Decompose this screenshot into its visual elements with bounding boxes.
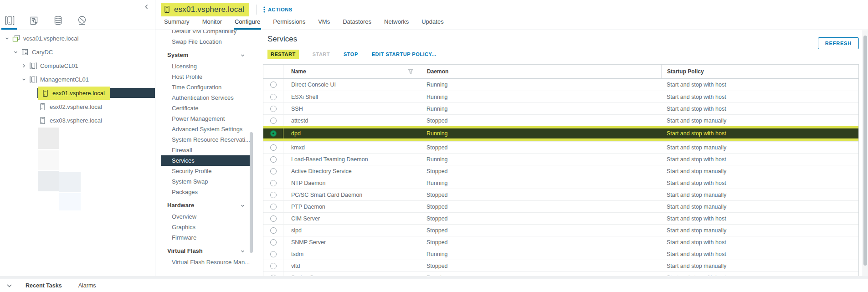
table-row-vltd[interactable]: vltdStoppedStart and stop manually bbox=[263, 260, 858, 272]
column-header-name[interactable]: Name bbox=[283, 65, 419, 78]
chevron-right-icon[interactable] bbox=[21, 63, 27, 68]
cluster-icon bbox=[29, 76, 37, 83]
startup-policy-cell: Start and stop with host bbox=[661, 251, 858, 257]
nav-item-licensing[interactable]: Licensing bbox=[155, 61, 255, 72]
table-row-tsdm[interactable]: tsdmRunningStart and stop with host bbox=[263, 248, 858, 260]
nav-item-certificate[interactable]: Certificate bbox=[155, 103, 255, 113]
table-row-direct-console-ui[interactable]: Direct Console UIRunningStart and stop w… bbox=[263, 79, 858, 91]
radio-button[interactable] bbox=[270, 251, 277, 257]
table-row-attestd[interactable]: attestdStoppedStart and stop manually bbox=[263, 114, 858, 126]
inventory-tab-networking[interactable] bbox=[76, 15, 88, 26]
tab-networks[interactable]: Networks bbox=[384, 18, 409, 30]
table-row-kmxd[interactable]: kmxdStoppedStart and stop manually bbox=[263, 141, 858, 153]
cluster-icon bbox=[29, 62, 37, 70]
nav-item-system-resource-reservati[interactable]: System Resource Reservati... bbox=[155, 134, 255, 145]
nav-item-firmware[interactable]: Firmware bbox=[155, 232, 255, 243]
radio-button[interactable] bbox=[270, 180, 277, 186]
column-header-startup-policy[interactable]: Startup Policy bbox=[661, 65, 858, 78]
inventory-tab-hosts-and-clusters[interactable] bbox=[4, 15, 15, 26]
tree-item-computecl01[interactable]: ComputeCL01 bbox=[0, 59, 155, 72]
restart-button[interactable]: RESTART bbox=[267, 50, 299, 59]
page-scrollbar bbox=[863, 30, 868, 276]
radio-button[interactable] bbox=[270, 118, 277, 124]
inventory-tab-storage[interactable] bbox=[52, 15, 64, 26]
radio-button[interactable] bbox=[270, 239, 277, 246]
tab-updates[interactable]: Updates bbox=[421, 18, 443, 30]
nav-item-firewall[interactable]: Firewall bbox=[155, 145, 255, 155]
tab-summary[interactable]: Summary bbox=[164, 18, 190, 30]
nav-item-authentication-services[interactable]: Authentication Services bbox=[155, 92, 255, 103]
radio-button[interactable] bbox=[270, 106, 277, 112]
radio-button[interactable] bbox=[270, 144, 277, 151]
refresh-button[interactable]: REFRESH bbox=[818, 37, 859, 49]
table-row-ssh[interactable]: SSHRunningStart and stop with host bbox=[263, 102, 858, 114]
recent-tasks-tab[interactable]: Recent Tasks bbox=[26, 282, 62, 289]
radio-button[interactable] bbox=[270, 130, 277, 137]
nav-item-default-vm-compatibility[interactable]: Default VM Compatibility bbox=[155, 30, 255, 36]
actions-button[interactable]: ACTIONS bbox=[263, 6, 293, 13]
radio-button[interactable] bbox=[270, 94, 277, 100]
tree-item-vcsa01-vsphere-local[interactable]: vcsa01.vsphere.local bbox=[0, 31, 155, 45]
radio-button[interactable] bbox=[270, 215, 277, 222]
nav-item-system-swap[interactable]: System Swap bbox=[155, 176, 255, 187]
tab-configure[interactable]: Configure bbox=[235, 18, 260, 30]
tab-vms[interactable]: VMs bbox=[318, 18, 330, 30]
stop-button[interactable]: STOP bbox=[344, 51, 358, 57]
nav-scrollbar-thumb[interactable] bbox=[250, 132, 253, 253]
radio-button[interactable] bbox=[270, 227, 277, 234]
radio-button[interactable] bbox=[270, 263, 277, 269]
table-row-ptp-daemon[interactable]: PTP DaemonStoppedStart and stop manually bbox=[263, 200, 858, 212]
nav-item-packages[interactable]: Packages bbox=[155, 187, 255, 197]
inventory-tab-vms-and-templates[interactable] bbox=[28, 15, 40, 26]
nav-group-hardware[interactable]: Hardware bbox=[155, 200, 255, 210]
tree-item-esx03-vsphere-local[interactable]: esx03.vsphere.local bbox=[0, 113, 155, 127]
radio-button[interactable] bbox=[270, 156, 277, 163]
chevron-down-icon[interactable] bbox=[4, 36, 10, 41]
nav-item-advanced-system-settings[interactable]: Advanced System Settings bbox=[155, 124, 255, 134]
nav-item-security-profile[interactable]: Security Profile bbox=[155, 166, 255, 176]
tree-item-esx02-vsphere-local[interactable]: esx02.vsphere.local bbox=[0, 100, 155, 113]
alarms-tab[interactable]: Alarms bbox=[78, 282, 96, 289]
table-row-slpd[interactable]: slpdStoppedStart and stop manually bbox=[263, 224, 858, 236]
nav-item-services[interactable]: Services bbox=[161, 155, 252, 166]
nav-item-time-configuration[interactable]: Time Configuration bbox=[155, 82, 255, 92]
table-row-active-directory-service[interactable]: Active Directory ServiceStoppedStart and… bbox=[263, 165, 858, 177]
entity-tabs: SummaryMonitorConfigurePermissionsVMsDat… bbox=[164, 18, 444, 30]
table-row-pc-sc-smart-card-daemon[interactable]: PC/SC Smart Card DaemonStoppedStart and … bbox=[263, 189, 858, 200]
chevron-down-icon[interactable] bbox=[6, 284, 12, 288]
filter-icon[interactable] bbox=[408, 69, 413, 74]
table-row-cim-server[interactable]: CIM ServerStoppedStart and stop with hos… bbox=[263, 212, 858, 224]
collapse-panel-icon[interactable] bbox=[143, 3, 150, 10]
radio-button[interactable] bbox=[270, 192, 277, 198]
tree-item-carydc[interactable]: CaryDC bbox=[0, 45, 155, 59]
daemon-status-cell: Stopped bbox=[419, 239, 661, 246]
host-icon bbox=[38, 117, 47, 124]
nav-item-host-profile[interactable]: Host Profile bbox=[155, 72, 255, 82]
nav-item-virtual-flash-resource-man[interactable]: Virtual Flash Resource Man... bbox=[155, 257, 255, 267]
page-scrollbar-thumb[interactable] bbox=[863, 36, 867, 266]
start-button[interactable]: START bbox=[313, 51, 330, 57]
nav-item-power-management[interactable]: Power Management bbox=[155, 113, 255, 124]
nav-item-swap-file-location[interactable]: Swap File Location bbox=[155, 36, 255, 47]
table-row-load-based-teaming-daemon[interactable]: Load-Based Teaming DaemonRunningStart an… bbox=[263, 153, 858, 165]
tree-item-esx01-vsphere-local[interactable]: esx01.vsphere.local bbox=[0, 86, 155, 100]
table-row-esxi-shell[interactable]: ESXi ShellRunningStart and stop with hos… bbox=[263, 91, 858, 102]
radio-button[interactable] bbox=[270, 82, 277, 88]
table-row-snmp-server[interactable]: SNMP ServerStoppedStart and stop with ho… bbox=[263, 236, 858, 248]
radio-button[interactable] bbox=[270, 168, 277, 174]
radio-button[interactable] bbox=[270, 204, 277, 210]
nav-item-overview[interactable]: Overview bbox=[155, 211, 255, 222]
tab-permissions[interactable]: Permissions bbox=[273, 18, 305, 30]
nav-item-graphics[interactable]: Graphics bbox=[155, 222, 255, 232]
edit-startup-policy-button[interactable]: EDIT STARTUP POLICY... bbox=[372, 51, 437, 57]
tab-monitor[interactable]: Monitor bbox=[202, 18, 222, 30]
tree-item-managementcl01[interactable]: ManagementCL01 bbox=[0, 72, 155, 86]
nav-group-virtual-flash[interactable]: Virtual Flash bbox=[155, 246, 255, 256]
tab-datastores[interactable]: Datastores bbox=[343, 18, 371, 30]
column-header-daemon[interactable]: Daemon bbox=[419, 65, 661, 78]
table-row-ntp-daemon[interactable]: NTP DaemonRunningStart and stop with hos… bbox=[263, 177, 858, 189]
chevron-down-icon[interactable] bbox=[12, 50, 19, 55]
table-row-dpd[interactable]: dpdRunningStart and stop with host bbox=[263, 126, 858, 141]
nav-group-system[interactable]: System bbox=[155, 50, 255, 60]
chevron-down-icon[interactable] bbox=[21, 77, 27, 82]
